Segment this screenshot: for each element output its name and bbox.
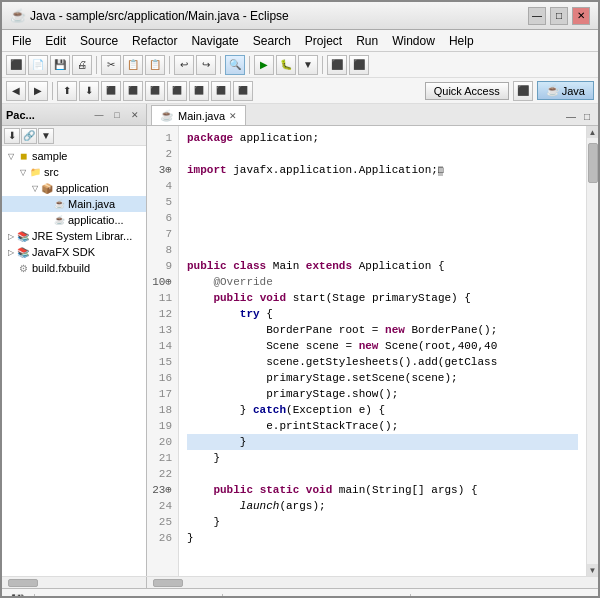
title-text: ☕ Java - sample/src/application/Main.jav… [10,8,289,23]
tree-item-src[interactable]: ▽ 📁 src [2,164,146,180]
menu-run[interactable]: Run [350,32,384,50]
status-bar: 💾 Writable Smart Insert 20 : 10 [2,588,598,598]
forward-button[interactable]: ▶ [28,81,48,101]
pe-minimize-btn[interactable]: — [92,108,106,122]
line-1: 1 [149,130,176,146]
pe-link-btn[interactable]: 🔗 [21,128,37,144]
quick-access-button[interactable]: Quick Access [425,82,509,100]
code-line-12: try { [187,306,578,322]
close-button[interactable]: ✕ [572,7,590,25]
open-button[interactable]: 📄 [28,55,48,75]
java-perspective-button[interactable]: ☕ Java [537,81,594,100]
tree-item-javafx[interactable]: ▷ 📚 JavaFX SDK [2,244,146,260]
run-menu-button[interactable]: ▼ [298,55,318,75]
label-application-java: applicatio... [68,214,124,226]
next-edit-button[interactable]: ⬇ [79,81,99,101]
menu-refactor[interactable]: Refactor [126,32,183,50]
tree-item-main-java[interactable]: ☕ Main.java [2,196,146,212]
copy-button[interactable]: 📋 [123,55,143,75]
line-23[interactable]: 23⊕ [149,482,176,498]
tree-item-application[interactable]: ▽ 📦 application [2,180,146,196]
code-editor: 1 2 3⊕ 4 5 6 7 8 9 10⊕ 11 12 13 14 15 16… [147,126,598,576]
editor-vscroll[interactable]: ▲ ▼ [586,126,598,576]
line-3[interactable]: 3⊕ [149,162,176,178]
save-button[interactable]: 💾 [50,55,70,75]
toolbar2-btn6[interactable]: ⬛ [167,81,187,101]
pe-collapse-btn[interactable]: ⬇ [4,128,20,144]
minimize-button[interactable]: — [528,7,546,25]
code-line-17: primaryStage.show(); [187,386,578,402]
scroll-track[interactable] [587,138,599,564]
line-22: 22 [149,466,176,482]
tab-label: Main.java [178,110,225,122]
pe-hscroll[interactable] [2,577,147,588]
status-sep-2 [222,594,223,599]
print-button[interactable]: 🖨 [72,55,92,75]
menu-help[interactable]: Help [443,32,480,50]
scroll-thumb[interactable] [588,143,598,183]
main-area: Pac... — □ ✕ ⬇ 🔗 ▼ ▽ ◼ sample ▽ 📁 src ▽ [2,104,598,576]
menu-search[interactable]: Search [247,32,297,50]
run-button[interactable]: ▶ [254,55,274,75]
arrow-application: ▽ [30,184,40,193]
line-4: 4 [149,178,176,194]
tree-item-build[interactable]: ⚙ build.fxbuild [2,260,146,276]
minimize-editor-btn[interactable]: — [564,109,578,123]
code-line-2 [187,146,578,162]
pe-close-btn[interactable]: ✕ [128,108,142,122]
status-sep-1 [34,594,35,599]
code-line-3: import javafx.application.Application;□ [187,162,578,178]
scroll-down-btn[interactable]: ▼ [587,564,599,576]
pe-menu-btn[interactable]: ▼ [38,128,54,144]
ed-hscroll[interactable] [147,577,598,588]
code-line-14: Scene scene = new Scene(root,400,40 [187,338,578,354]
cut-button[interactable]: ✂ [101,55,121,75]
paste-button[interactable]: 📋 [145,55,165,75]
ed-hscroll-track[interactable] [148,578,597,588]
menu-file[interactable]: File [6,32,37,50]
pe-hscroll-track[interactable] [3,578,145,588]
ext-button-1[interactable]: ⬛ [327,55,347,75]
toolbar2-btn7[interactable]: ⬛ [189,81,209,101]
scroll-up-btn[interactable]: ▲ [587,126,599,138]
pe-maximize-btn[interactable]: □ [110,108,124,122]
icon-javafx: 📚 [16,245,30,259]
line-18: 18 [149,402,176,418]
menu-navigate[interactable]: Navigate [185,32,244,50]
debug-button[interactable]: 🐛 [276,55,296,75]
toolbar2-btn4[interactable]: ⬛ [123,81,143,101]
tab-close-icon[interactable]: ✕ [229,111,237,121]
ext-button-2[interactable]: ⬛ [349,55,369,75]
title-controls: — □ ✕ [528,7,590,25]
toolbar2-btn3[interactable]: ⬛ [101,81,121,101]
maximize-editor-btn[interactable]: □ [580,109,594,123]
editor-tab-main[interactable]: ☕ Main.java ✕ [151,105,246,125]
toolbar2-btn9[interactable]: ⬛ [233,81,253,101]
maximize-button[interactable]: □ [550,7,568,25]
line-10[interactable]: 10⊕ [149,274,176,290]
new-button[interactable]: ⬛ [6,55,26,75]
ed-hscroll-thumb[interactable] [153,579,183,587]
toolbar2-btn8[interactable]: ⬛ [211,81,231,101]
menu-edit[interactable]: Edit [39,32,72,50]
perspective-button-1[interactable]: ⬛ [513,81,533,101]
tree-item-sample[interactable]: ▽ ◼ sample [2,148,146,164]
undo-button[interactable]: ↩ [174,55,194,75]
menu-source[interactable]: Source [74,32,124,50]
arrow-javafx: ▷ [6,248,16,257]
toolbar2-btn5[interactable]: ⬛ [145,81,165,101]
pe-hscroll-thumb[interactable] [8,579,38,587]
search-button[interactable]: 🔍 [225,55,245,75]
menu-window[interactable]: Window [386,32,441,50]
tree-item-application-java[interactable]: ☕ applicatio... [2,212,146,228]
status-writable: Writable [43,595,214,599]
code-content[interactable]: package application; import javafx.appli… [179,126,586,576]
tree-item-jre[interactable]: ▷ 📚 JRE System Librar... [2,228,146,244]
tab-icon: ☕ [160,109,174,122]
menu-project[interactable]: Project [299,32,348,50]
toolbar-2: ◀ ▶ ⬆ ⬇ ⬛ ⬛ ⬛ ⬛ ⬛ ⬛ ⬛ Quick Access ⬛ ☕ J… [2,78,598,104]
back-button[interactable]: ◀ [6,81,26,101]
prev-edit-button[interactable]: ⬆ [57,81,77,101]
status-icon: 💾 [10,593,26,599]
redo-button[interactable]: ↪ [196,55,216,75]
